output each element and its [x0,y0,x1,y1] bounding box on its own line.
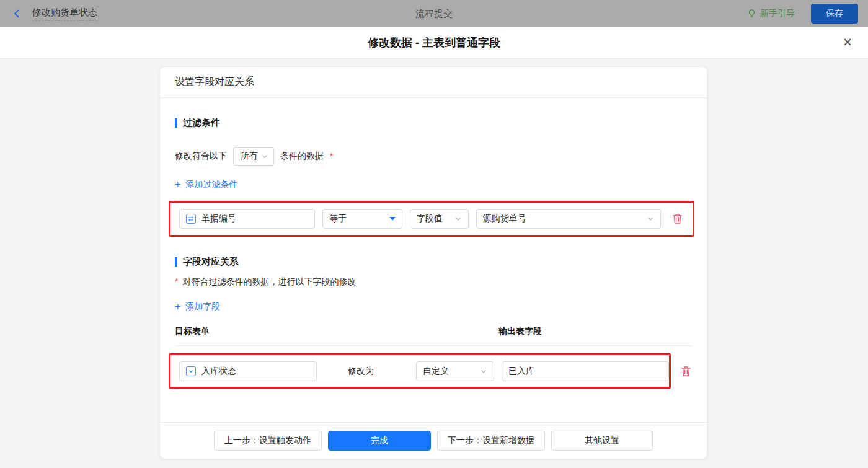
filter-field-select[interactable]: 单据编号 [179,209,315,229]
trash-icon [672,213,683,224]
plus-icon: + [175,180,180,190]
done-button[interactable]: 完成 [328,431,431,451]
dropdown-field-icon [186,366,196,376]
match-suffix-label: 条件的数据 [280,151,324,162]
settings-card: 设置字段对应关系 过滤条件 修改符合以下 所有 条件的数据 * + [160,67,707,459]
modal-header: 修改数据 - 主表到普通字段 × [0,27,868,59]
required-asterisk: * [330,151,333,161]
required-asterisk: * [175,276,178,286]
filter-value-type-select[interactable]: 字段值 [410,209,469,229]
trash-icon [681,366,691,377]
chevron-left-icon [11,8,22,19]
prev-step-button[interactable]: 上一步：设置触发动作 [214,431,322,451]
caret-down-icon [389,217,396,221]
modify-to-label: 修改为 [348,366,378,377]
add-field-link[interactable]: + 添加字段 [175,301,220,312]
section-accent-bar [175,257,177,267]
match-prefix-label: 修改符合以下 [175,151,227,162]
filter-value-select[interactable]: 源购货单号 [476,209,661,229]
lightbulb-icon [747,9,756,19]
node-title[interactable]: 修改购货单状态 [32,7,97,21]
filter-condition-row-highlighted: 单据编号 等于 字段值 源购货单号 [169,201,694,237]
delete-mapping-row-button[interactable] [680,364,693,378]
top-bar: 修改购货单状态 流程提交 新手引导 保存 [0,0,868,27]
filter-section-title: 过滤条件 [175,117,692,129]
filter-operator-select[interactable]: 等于 [322,209,402,229]
section-accent-bar [175,118,177,128]
flow-type-label: 流程提交 [0,8,868,20]
chevron-down-icon [480,368,487,375]
save-button[interactable]: 保存 [811,4,858,24]
mapping-value-type-select[interactable]: 自定义 [416,361,494,381]
card-header: 设置字段对应关系 [160,67,707,98]
filter-match-row: 修改符合以下 所有 条件的数据 * [175,147,692,166]
target-form-column-label: 目标表单 [175,326,498,337]
modal-title: 修改数据 - 主表到普通字段 [368,35,500,50]
mapping-columns-header: 目标表单 输出表字段 [175,326,692,346]
target-field-select[interactable]: 入库状态 [179,361,317,381]
modal-body: 设置字段对应关系 过滤条件 修改符合以下 所有 条件的数据 * + [0,59,868,468]
output-field-column-label: 输出表字段 [498,326,542,337]
back-button[interactable] [10,7,24,20]
custom-value-input[interactable]: 已入库 [502,361,669,381]
chevron-down-icon [261,152,268,160]
serial-number-field-icon [186,214,196,224]
close-icon[interactable]: × [843,35,852,50]
chevron-down-icon [454,215,462,223]
other-settings-button[interactable]: 其他设置 [551,431,653,451]
add-filter-condition-link[interactable]: + 添加过滤条件 [175,179,237,190]
mapping-row-highlighted: 入库状态 修改为 自定义 已入库 [169,353,671,389]
delete-filter-row-button[interactable] [671,212,684,226]
plus-icon: + [175,302,180,312]
mapping-description: * 对符合过滤条件的数据，进行以下字段的修改 [175,276,692,288]
match-mode-select[interactable]: 所有 [233,147,274,166]
beginner-guide-label: 新手引导 [760,8,795,19]
beginner-guide-link[interactable]: 新手引导 [747,8,795,19]
next-step-button[interactable]: 下一步：设置新增数据 [437,431,545,451]
mapping-section-title: 字段对应关系 [175,256,692,268]
card-footer: 上一步：设置触发动作 完成 下一步：设置新增数据 其他设置 [160,422,707,459]
chevron-down-icon [647,215,654,223]
